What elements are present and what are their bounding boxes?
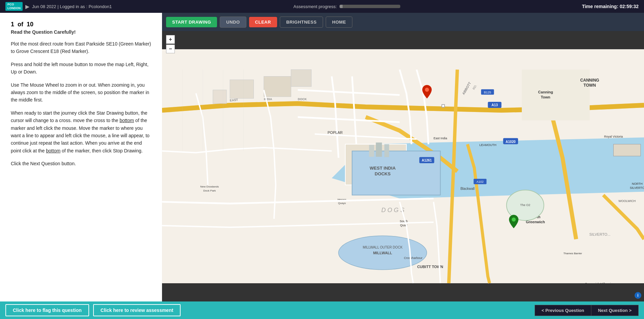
start-drawing-button[interactable]: START DRAWING (166, 17, 217, 27)
question-para4: When ready to start the journey click th… (11, 109, 151, 154)
arrow-icon: ▶ (25, 3, 29, 10)
progress-bar-container (340, 5, 400, 8)
svg-text:EAST: EAST (230, 98, 238, 102)
svg-text:B125: B125 (484, 91, 491, 94)
login-info: Jun 08 2022 | Logged in as : Pcolondon1 (32, 4, 112, 9)
svg-rect-51 (376, 143, 382, 157)
svg-rect-54 (230, 80, 253, 98)
zoom-in-button[interactable]: + (166, 35, 175, 44)
question-para3: Use The Mouse Wheel to zoom in or out. W… (11, 81, 151, 104)
question-para2: Press and hold the left mouse button to … (11, 61, 151, 76)
svg-point-73 (512, 218, 516, 222)
marker-dot (441, 104, 445, 108)
svg-text:Canning: Canning (538, 90, 553, 94)
map-toolbar: START DRAWING UNDO CLEAR BRIGHTNESS HOME (162, 13, 644, 31)
svg-text:The O2: The O2 (520, 203, 530, 207)
svg-text:A102: A102 (477, 180, 484, 183)
para4-underline2: bottom (46, 148, 60, 153)
svg-rect-53 (264, 77, 291, 97)
svg-text:NORTH: NORTH (632, 182, 643, 185)
para4-underline1: bottom (119, 118, 134, 123)
svg-text:Greenwich Millennium: Greenwich Millennium (585, 282, 615, 286)
progress-label: Assessment progress: (293, 4, 337, 9)
brightness-button[interactable]: BRIGHTNESS (280, 17, 323, 28)
svg-text:Dock Park: Dock Park (203, 189, 216, 192)
svg-text:SILVERTO...: SILVERTO... (589, 232, 611, 236)
svg-text:Blackwall: Blackwall (460, 187, 475, 191)
para4-part3: of the marker, then click Stop Drawing. (60, 148, 143, 153)
svg-text:TOWN: TOWN (584, 83, 596, 88)
logo-line1: PCO (7, 3, 21, 6)
flag-question-button[interactable]: Click here to flag this question (5, 304, 89, 316)
svg-text:POPLAR: POPLAR (327, 130, 343, 135)
bottom-right-buttons: < Previous Question Next Question > (535, 305, 639, 316)
question-body: Plot the most direct route from East Par… (11, 40, 151, 167)
svg-rect-56 (291, 69, 311, 86)
question-total: 10 (27, 21, 33, 28)
svg-text:MILLWALL OUTER DOCK: MILLWALL OUTER DOCK (363, 245, 403, 249)
question-num: 1 (11, 21, 14, 28)
svg-text:LEAMOUTH: LEAMOUTH (479, 143, 496, 147)
header-left: PCO LONDON ▶ Jun 08 2022 | Logged in as … (5, 2, 112, 11)
svg-text:Royal Victoria: Royal Victoria (604, 135, 623, 138)
svg-text:CANNING: CANNING (580, 78, 599, 83)
zoom-out-button[interactable]: − (166, 45, 175, 53)
svg-rect-18 (522, 69, 590, 120)
progress-bar-fill (340, 5, 343, 8)
svg-rect-25 (613, 144, 640, 156)
svg-text:East India: East India (434, 137, 448, 140)
previous-question-button[interactable]: < Previous Question (535, 305, 591, 316)
svg-rect-50 (369, 145, 374, 157)
svg-text:New Doodands: New Doodands (200, 185, 219, 188)
left-panel: 1 of 10 Read the Question Carefully! Plo… (0, 13, 162, 301)
pco-logo: PCO LONDON (5, 2, 23, 11)
question-para5: Click the Next Question button. (11, 160, 151, 167)
svg-text:Thames Barrier: Thames Barrier (563, 252, 582, 255)
clear-button[interactable]: CLEAR (249, 17, 277, 27)
svg-rect-55 (213, 90, 226, 104)
green-marker-pin (509, 215, 518, 230)
logo-line2: LONDON (7, 6, 21, 10)
main-content: 1 of 10 Read the Question Carefully! Plo… (0, 13, 644, 301)
svg-text:A13: A13 (491, 103, 498, 107)
svg-text:A1020: A1020 (506, 140, 516, 144)
svg-text:Town: Town (541, 95, 550, 99)
bottom-bar: Click here to flag this question Click h… (0, 301, 644, 319)
svg-text:DOCK: DOCK (298, 97, 307, 101)
svg-text:INDIA: INDIA (264, 97, 272, 101)
svg-text:WOOLWICH: WOOLWICH (618, 199, 636, 203)
svg-text:SILVERTO: SILVERTO (630, 186, 644, 190)
svg-text:WEST INDIA: WEST INDIA (370, 166, 396, 171)
header-center: Assessment progress: (293, 4, 400, 9)
question-para1: Plot the most direct route from East Par… (11, 40, 151, 55)
question-number: 1 of 10 (11, 21, 151, 28)
map-zoom-controls: + − (166, 35, 175, 53)
svg-text:A1261: A1261 (422, 158, 432, 162)
home-button[interactable]: HOME (326, 17, 352, 28)
bottom-left-buttons: Click here to flag this question Click h… (5, 304, 181, 316)
svg-text:MILLWALL: MILLWALL (373, 251, 392, 255)
header: PCO LONDON ▶ Jun 08 2022 | Logged in as … (0, 0, 644, 13)
svg-text:DOCKS: DOCKS (375, 171, 391, 176)
question-subtitle: Read the Question Carefully! (11, 29, 151, 35)
map-svg: WEST INDIA DOCKS D O G S MILLWALL OUTER … (162, 31, 644, 301)
svg-text:Quays: Quays (338, 202, 346, 205)
map-view[interactable]: WEST INDIA DOCKS D O G S MILLWALL OUTER … (162, 31, 644, 301)
time-remaining: Time remaining: 02:59:32 (582, 4, 639, 9)
undo-button[interactable]: UNDO (220, 17, 246, 28)
svg-point-72 (425, 88, 429, 92)
next-question-button[interactable]: Next Question > (591, 305, 639, 316)
red-marker-pin (422, 85, 432, 100)
map-info-icon[interactable]: i (635, 292, 641, 299)
svg-rect-52 (384, 144, 389, 157)
map-container: START DRAWING UNDO CLEAR BRIGHTNESS HOME (162, 13, 644, 301)
review-assessment-button[interactable]: Click here to review assessment (93, 304, 181, 316)
svg-text:Crossharbour: Crossharbour (404, 256, 423, 260)
